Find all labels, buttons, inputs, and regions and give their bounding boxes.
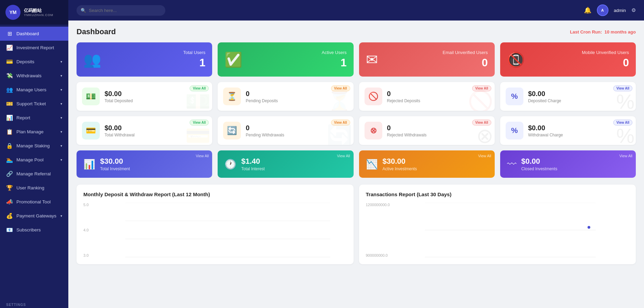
sidebar-item-payment-gateways[interactable]: 💰 Payment Gateways ▾ [0, 209, 68, 223]
topbar: 🔍 🔔 A admin ⚙ [68, 0, 644, 21]
stat-card-value-total-users: 1 [183, 56, 205, 69]
bg-watermark-total-deposited: 💵 [185, 89, 211, 111]
sidebar-icon-promotional-tool: 📣 [6, 199, 13, 205]
sidebar-label-investment-report: Investment Report [16, 45, 54, 50]
settings-gear-icon[interactable]: ⚙ [631, 7, 636, 13]
monthly-chart-plot [109, 203, 347, 257]
invest-amount-total-investment: $30.00 [100, 157, 130, 166]
small-card-withdrawal-charge: % $0.00 Withdrawal Charge View All % [500, 116, 636, 145]
notification-bell-icon[interactable]: 🔔 [584, 6, 591, 14]
y-label: 900000000.0 [366, 253, 390, 257]
topbar-right: 🔔 A admin ⚙ [584, 4, 636, 16]
invest-card-active-investments: 📉 $30.00 Active Investments View All [359, 150, 495, 178]
small-card-rejected-deposits: 🚫 0 Rejected Deposits View All 🚫 [359, 82, 495, 111]
invest-amount-active-investments: $30.00 [383, 157, 417, 166]
invest-card-total-interest: 🕐 $1.40 Total Interest View All [218, 150, 353, 178]
bg-watermark-rejected-deposits: 🚫 [468, 89, 493, 111]
invest-card-total-investment: 📊 $30.00 Total Investment View All [77, 150, 212, 178]
view-all-badge-deposited-charge[interactable]: View All [613, 85, 632, 91]
arrow-icon: ▾ [60, 88, 62, 92]
sidebar-item-user-ranking[interactable]: 🏆 User Ranking [0, 181, 68, 195]
small-card-amount-pending-deposits: 0 [246, 90, 278, 98]
sidebar-icon-withdrawals: 💸 [6, 72, 13, 79]
sidebar-item-report[interactable]: 📊 Report ▾ [0, 111, 68, 125]
small-card-amount-rejected-deposits: 0 [387, 90, 420, 98]
sidebar-item-manage-pool[interactable]: 🏊 Manage Pool ▾ [0, 153, 68, 167]
monthly-chart-title: Monthly Deposit & Withdraw Report (Last … [83, 191, 347, 197]
invest-label-closed-investments: Closed Investments [521, 166, 557, 171]
sidebar-icon-user-ranking: 🏆 [6, 185, 13, 191]
monthly-y-labels: 5.04.03.0 [83, 203, 107, 257]
transactions-chart-svg [392, 203, 629, 257]
search-input[interactable] [77, 5, 165, 16]
sidebar-item-deposits[interactable]: 💳 Deposits ▾ [0, 55, 68, 69]
small-card-rejected-withdrawals: ⊗ 0 Rejected Withdrawals View All ⊗ [359, 116, 495, 145]
stat-card-label-total-users: Total Users [183, 50, 205, 55]
small-card-icon-deposited-charge: % [506, 88, 523, 105]
stat-card-value-mobile-unverified: 0 [582, 56, 629, 69]
small-card-total-withdrawal: 💳 $0.00 Total Withdrawal View All 💳 [77, 116, 212, 145]
sidebar-item-manage-staking[interactable]: 🔒 Manage Staking ▾ [0, 139, 68, 153]
sidebar-label-plan-manage: Plan Manage [16, 129, 44, 134]
small-card-icon-withdrawal-charge: % [506, 122, 523, 139]
stat-card-total-users: 👥 Total Users 1 [77, 42, 212, 77]
sidebar-label-support-ticket: Support Ticket [16, 101, 46, 106]
sidebar-icon-support-ticket: 🎫 [6, 101, 13, 107]
view-all-badge-total-withdrawal[interactable]: View All [190, 120, 209, 125]
invest-label-active-investments: Active Investments [383, 166, 417, 171]
small-card-label-total-withdrawal: Total Withdrawal [105, 133, 135, 137]
invest-amount-closed-investments: $0.00 [521, 157, 557, 166]
sidebar-item-investment-report[interactable]: 📈 Investment Report [0, 41, 68, 55]
arrow-icon: ▾ [60, 74, 62, 78]
investment-cards: 📊 $30.00 Total Investment View All 🕐 $1.… [77, 150, 636, 178]
small-card-label-deposited-charge: Deposited Charge [528, 98, 561, 103]
sidebar-item-manage-users[interactable]: 👥 Manage Users ▾ [0, 83, 68, 97]
bg-watermark-pending-withdrawals: 🔄 [327, 123, 352, 145]
small-card-pending-deposits: ⏳ 0 Pending Deposits View All ⏳ [218, 82, 353, 111]
sidebar-item-support-ticket[interactable]: 🎫 Support Ticket ▾ [0, 97, 68, 111]
small-card-amount-rejected-withdrawals: 0 [387, 124, 427, 132]
view-all-badge-total-deposited[interactable]: View All [190, 85, 209, 91]
view-all-badge-withdrawal-charge[interactable]: View All [613, 120, 632, 125]
avatar: A [597, 4, 608, 16]
sidebar-label-promotional-tool: Promotional Tool [16, 199, 51, 204]
logo-sub: YMKUZHAN.COM [24, 13, 53, 17]
view-all-invest-total-investment[interactable]: View All [196, 154, 209, 158]
sidebar-label-deposits: Deposits [16, 59, 35, 64]
arrow-icon: ▾ [60, 60, 62, 64]
transactions-y-labels: 1200000000.0900000000.0 [366, 203, 390, 257]
deposit-cards: 💵 $0.00 Total Deposited View All 💵 ⏳ 0 P… [77, 82, 636, 111]
view-all-invest-closed-investments[interactable]: View All [619, 154, 632, 158]
sidebar-item-subscribers[interactable]: 📧 Subscribers [0, 223, 68, 237]
small-card-amount-total-deposited: $0.00 [105, 90, 133, 98]
monthly-chart-svg [109, 203, 347, 257]
view-all-badge-rejected-withdrawals[interactable]: View All [472, 120, 491, 125]
search-wrap: 🔍 [77, 5, 165, 16]
invest-icon-closed-investments: 〰 [507, 159, 517, 170]
bg-watermark-pending-deposits: ⏳ [327, 89, 352, 111]
view-all-badge-pending-withdrawals[interactable]: View All [331, 120, 350, 125]
view-all-badge-pending-deposits[interactable]: View All [331, 85, 350, 91]
search-icon: 🔍 [81, 8, 86, 13]
bg-watermark-total-withdrawal: 💳 [185, 123, 211, 145]
sidebar-item-plan-manage[interactable]: 📋 Plan Manage ▾ [0, 125, 68, 139]
small-card-amount-deposited-charge: $0.00 [528, 90, 561, 98]
view-all-invest-total-interest[interactable]: View All [337, 154, 350, 158]
sidebar-item-withdrawals[interactable]: 💸 Withdrawals ▾ [0, 69, 68, 83]
small-card-amount-pending-withdrawals: 0 [246, 124, 284, 132]
stat-card-mobile-unverified: 📵 Mobile Unverified Users 0 [500, 42, 636, 77]
page-header: Dashboard Last Cron Run: 10 months ago [77, 27, 636, 36]
stat-card-icon-email-unverified: ✉ [366, 51, 378, 68]
invest-icon-active-investments: 📉 [366, 159, 378, 170]
arrow-icon: ▾ [60, 130, 62, 134]
sidebar-item-dashboard[interactable]: ⊞ Dashboard [0, 27, 68, 41]
small-card-pending-withdrawals: 🔄 0 Pending Withdrawals View All 🔄 [218, 116, 353, 145]
settings-section-label: SETTINGS [0, 298, 68, 308]
sidebar-label-manage-referral: Manage Referral [16, 171, 51, 176]
view-all-badge-rejected-deposits[interactable]: View All [472, 85, 491, 91]
sidebar-item-manage-referral[interactable]: 🔗 Manage Referral [0, 167, 68, 181]
sidebar-item-promotional-tool[interactable]: 📣 Promotional Tool [0, 195, 68, 209]
view-all-invest-active-investments[interactable]: View All [478, 154, 491, 158]
sidebar-nav: ⊞ Dashboard 📈 Investment Report 💳 Deposi… [0, 25, 68, 298]
arrow-icon: ▾ [60, 144, 62, 148]
